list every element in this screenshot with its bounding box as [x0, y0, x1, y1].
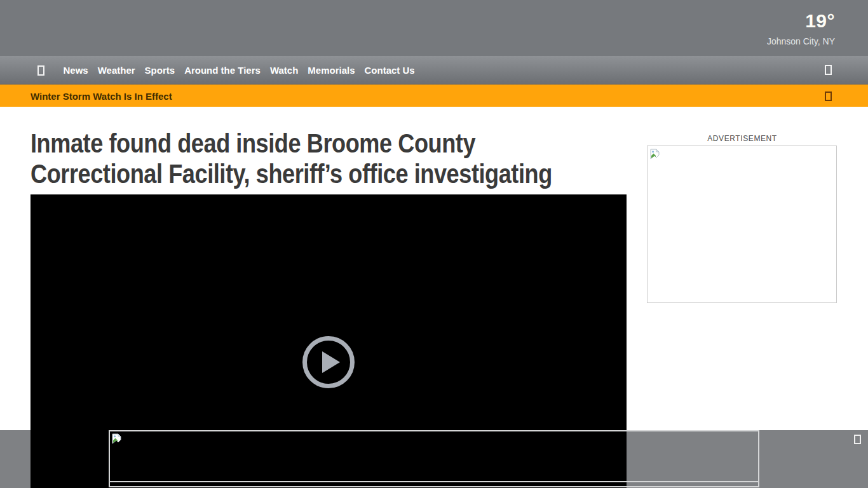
weather-alert-banner[interactable]: Winter Storm Watch Is In Effect [0, 85, 868, 107]
play-icon [322, 351, 340, 373]
bottom-ad-slot[interactable] [109, 430, 759, 487]
play-button[interactable] [302, 336, 355, 388]
ad-close-icon[interactable] [854, 435, 861, 444]
alert-text: Winter Storm Watch Is In Effect [31, 85, 172, 107]
article-headline: Inmate found dead inside Broome County C… [31, 128, 686, 189]
menu-icon [37, 65, 44, 76]
alert-expand-icon[interactable] [825, 92, 832, 101]
nav-item-news[interactable]: News [58, 65, 93, 76]
nav-item-memorials[interactable]: Memorials [303, 65, 360, 76]
nav-item-weather[interactable]: Weather [93, 65, 140, 76]
sidebar-ad-slot[interactable] [647, 146, 837, 303]
broken-image-icon [650, 149, 660, 159]
ad-inner-border [110, 481, 758, 482]
weather-location: Johnson City, NY [767, 36, 835, 46]
top-header: 19° Johnson City, NY [0, 0, 868, 56]
nav-item-watch[interactable]: Watch [265, 65, 302, 76]
main-nav: News Weather Sports Around the Tiers Wat… [0, 56, 868, 85]
menu-button[interactable] [37, 65, 44, 76]
search-button[interactable] [825, 65, 832, 78]
temperature: 19° [767, 10, 835, 32]
search-icon [825, 65, 832, 75]
nav-item-contact-us[interactable]: Contact Us [360, 65, 419, 76]
nav-item-sports[interactable]: Sports [140, 65, 180, 76]
nav-item-around-the-tiers[interactable]: Around the Tiers [180, 65, 266, 76]
sidebar-ad: ADVERTISEMENT [647, 134, 837, 303]
nav-items: News Weather Sports Around the Tiers Wat… [58, 65, 419, 76]
headline-line-2: Correctional Facility, sheriff’s office … [31, 159, 686, 189]
advertisement-label: ADVERTISEMENT [647, 134, 837, 143]
weather-widget[interactable]: 19° Johnson City, NY [767, 10, 835, 46]
broken-image-icon [112, 433, 121, 444]
headline-line-1: Inmate found dead inside Broome County [31, 128, 686, 159]
